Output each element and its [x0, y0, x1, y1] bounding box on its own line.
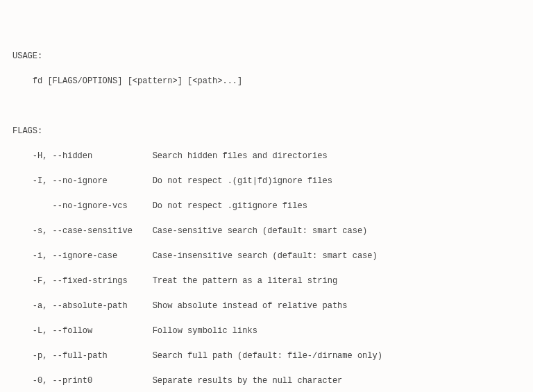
flag-opt: -p, --full-path [12, 351, 137, 361]
flag-desc: Do not respect .gitignore files [137, 201, 307, 211]
flag-desc: Follow symbolic links [137, 326, 257, 336]
flag-opt: -F, --fixed-strings [12, 276, 137, 286]
flag-row: --no-ignore-vcs Do not respect .gitignor… [12, 200, 521, 212]
flag-opt: -L, --follow [12, 326, 137, 336]
flag-desc: Search full path (default: file-/dirname… [137, 351, 382, 361]
flag-opt: -H, --hidden [12, 151, 137, 161]
flag-opt: --no-ignore-vcs [12, 201, 137, 211]
flag-row: -a, --absolute-path Show absolute instea… [12, 300, 521, 312]
flag-row: -L, --follow Follow symbolic links [12, 325, 521, 337]
flag-desc: Search hidden files and directories [137, 151, 328, 161]
flag-desc: Case-sensitive search (default: smart ca… [137, 226, 367, 236]
flag-row: -p, --full-path Search full path (defaul… [12, 350, 521, 362]
flag-desc: Separate results by the null character [137, 376, 342, 386]
flag-opt: -I, --no-ignore [12, 176, 137, 186]
flag-opt: -i, --ignore-case [12, 251, 137, 261]
flag-opt: -s, --case-sensitive [12, 226, 137, 236]
flag-desc: Do not respect .(git|fd)ignore files [137, 176, 332, 186]
flag-row: -I, --no-ignore Do not respect .(git|fd)… [12, 175, 521, 187]
usage-line: fd [FLAGS/OPTIONS] [<pattern>] [<path>..… [12, 75, 521, 87]
flags-header: FLAGS: [12, 125, 521, 137]
usage-header: USAGE: [12, 50, 521, 62]
flag-row: -F, --fixed-strings Treat the pattern as… [12, 275, 521, 287]
flag-desc: Treat the pattern as a literal string [137, 276, 337, 286]
flag-row: -i, --ignore-case Case-insensitive searc… [12, 250, 521, 262]
flag-row: -s, --case-sensitive Case-sensitive sear… [12, 225, 521, 237]
flag-desc: Case-insensitive search (default: smart … [137, 251, 378, 261]
spacer [12, 100, 521, 112]
flag-row: -0, --print0 Separate results by the nul… [12, 375, 521, 387]
flag-opt: -0, --print0 [12, 376, 137, 386]
flag-desc: Show absolute instead of relative paths [137, 301, 347, 311]
flag-opt: -a, --absolute-path [12, 301, 137, 311]
flag-row: -H, --hidden Search hidden files and dir… [12, 150, 521, 162]
